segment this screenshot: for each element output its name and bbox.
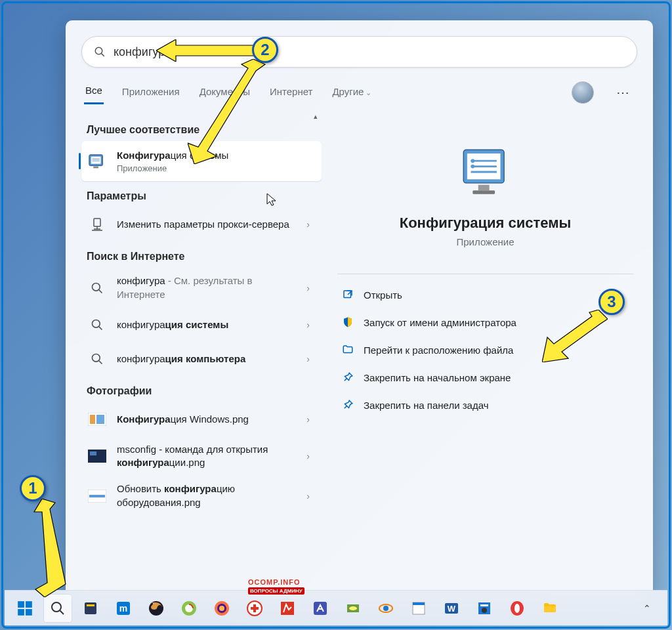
svg-point-68 <box>514 604 520 613</box>
taskbar-opera-icon[interactable] <box>503 595 531 622</box>
taskbar-file-explorer-icon[interactable] <box>536 595 564 622</box>
more-options-button[interactable]: ⋯ <box>611 82 635 103</box>
shield-icon <box>341 316 354 329</box>
svg-rect-61 <box>413 602 425 605</box>
pin-icon <box>341 398 354 411</box>
svg-rect-32 <box>472 190 495 194</box>
section-web-search: Поиск в Интернете <box>87 251 322 262</box>
annotation-badge-2: 2 <box>252 37 278 63</box>
taskbar-app-icon[interactable] <box>175 595 203 622</box>
tab-all[interactable]: Все <box>84 81 104 104</box>
svg-point-50 <box>219 606 224 611</box>
search-icon <box>87 348 108 369</box>
svg-rect-31 <box>478 185 489 190</box>
proxy-icon <box>87 214 108 235</box>
detail-subtitle: Приложение <box>337 236 633 247</box>
taskbar-app-icon[interactable] <box>372 595 400 622</box>
svg-point-30 <box>471 165 474 169</box>
tab-apps[interactable]: Приложения <box>121 82 181 104</box>
svg-point-57 <box>349 606 357 610</box>
svg-marker-71 <box>156 39 255 62</box>
search-icon <box>87 278 108 299</box>
taskbar-app-icon[interactable] <box>77 595 104 622</box>
svg-rect-38 <box>26 609 32 616</box>
folder-icon <box>341 343 354 356</box>
svg-point-15 <box>93 354 100 362</box>
taskbar-app-icon[interactable] <box>405 595 432 622</box>
svg-rect-37 <box>18 609 24 616</box>
annotation-arrow-3 <box>542 310 608 362</box>
result-web-system-config[interactable]: конфигурация системы › <box>81 308 322 342</box>
taskbar-word-icon[interactable]: W <box>438 595 465 622</box>
windows-search-panel: конфигура Все Приложения Документы Интер… <box>66 20 653 598</box>
svg-rect-6 <box>93 166 98 168</box>
svg-rect-33 <box>344 291 351 298</box>
svg-marker-73 <box>542 310 608 362</box>
taskbar-app-icon[interactable] <box>274 595 301 622</box>
image-thumb-icon <box>87 486 108 507</box>
svg-rect-19 <box>96 415 104 424</box>
open-icon <box>341 288 354 301</box>
result-web-konfigura[interactable]: конфигура - См. результаты в Интернете › <box>81 268 322 308</box>
svg-rect-23 <box>89 495 105 497</box>
svg-rect-3 <box>91 156 101 163</box>
result-photo-update-config[interactable]: Обновить конфигурацию оборудования.png › <box>81 476 322 516</box>
result-photo-windows-config[interactable]: Конфигурация Windows.png › <box>81 402 322 436</box>
svg-rect-21 <box>90 452 96 455</box>
annotation-arrow-1 <box>26 499 72 597</box>
svg-rect-7 <box>94 219 100 226</box>
svg-line-1 <box>102 54 104 56</box>
svg-rect-35 <box>18 601 24 608</box>
svg-text:W: W <box>448 604 456 614</box>
svg-rect-65 <box>480 604 488 606</box>
taskbar: m W ⌃ <box>5 590 667 625</box>
taskbar-app-icon[interactable] <box>306 595 334 622</box>
annotation-badge-1: 1 <box>20 475 46 501</box>
svg-marker-72 <box>188 59 265 164</box>
svg-rect-36 <box>26 601 32 608</box>
results-list: Лучшее соответствие Конфигурация системы… <box>66 111 322 598</box>
action-pin-to-taskbar[interactable]: Закрепить на панели задач <box>337 391 633 419</box>
taskbar-app-icon[interactable] <box>241 595 268 622</box>
action-open[interactable]: Открыть <box>337 281 633 308</box>
action-pin-to-start[interactable]: Закрепить на начальном экране <box>337 364 633 391</box>
pin-icon <box>341 371 354 384</box>
tab-more[interactable]: Другие⌄ <box>331 82 373 104</box>
result-web-computer-config[interactable]: конфигурация компьютера › <box>81 342 322 376</box>
section-photos: Фотографии <box>87 385 322 397</box>
result-proxy-settings[interactable]: Изменить параметры прокси-сервера › <box>81 207 322 242</box>
start-button[interactable] <box>11 595 39 622</box>
taskbar-show-hidden-icon[interactable]: ⌃ <box>633 595 661 622</box>
annotation-arrow-2a <box>156 39 255 62</box>
taskbar-app-icon[interactable]: m <box>110 595 137 622</box>
taskbar-search-button[interactable] <box>44 595 72 622</box>
taskbar-app-icon[interactable] <box>208 595 236 622</box>
svg-point-11 <box>93 283 100 291</box>
search-tabs: Все Приложения Документы Интернет Другие… <box>66 68 653 111</box>
search-icon <box>94 46 106 58</box>
scroll-up-icon[interactable]: ▴ <box>311 111 320 121</box>
annotation-badge-3: 3 <box>598 289 625 315</box>
svg-line-16 <box>99 361 102 364</box>
section-settings: Параметры <box>87 190 322 202</box>
results-scrollbar[interactable]: ▴ ▾ <box>311 111 320 598</box>
svg-point-59 <box>383 606 388 611</box>
user-avatar[interactable] <box>572 81 594 104</box>
taskbar-app-icon[interactable] <box>339 595 367 622</box>
svg-point-29 <box>471 159 474 163</box>
svg-point-66 <box>482 608 487 613</box>
image-thumb-icon <box>87 409 108 430</box>
tab-internet[interactable]: Интернет <box>268 82 314 104</box>
taskbar-app-icon[interactable] <box>142 595 170 622</box>
svg-point-39 <box>52 602 61 612</box>
svg-rect-53 <box>251 607 259 610</box>
taskbar-app-icon[interactable] <box>471 595 498 622</box>
annotation-arrow-2b <box>188 59 266 164</box>
svg-rect-41 <box>85 602 96 614</box>
svg-rect-69 <box>544 606 556 612</box>
svg-text:m: m <box>119 603 127 614</box>
result-photo-msconfig[interactable]: msconfig - команда для открытия конфигур… <box>81 436 322 476</box>
mouse-cursor-icon <box>266 193 277 209</box>
image-thumb-icon <box>87 446 108 467</box>
watermark: OCOMP.INFO ВОПРОСЫ АДМИНУ <box>248 578 304 595</box>
